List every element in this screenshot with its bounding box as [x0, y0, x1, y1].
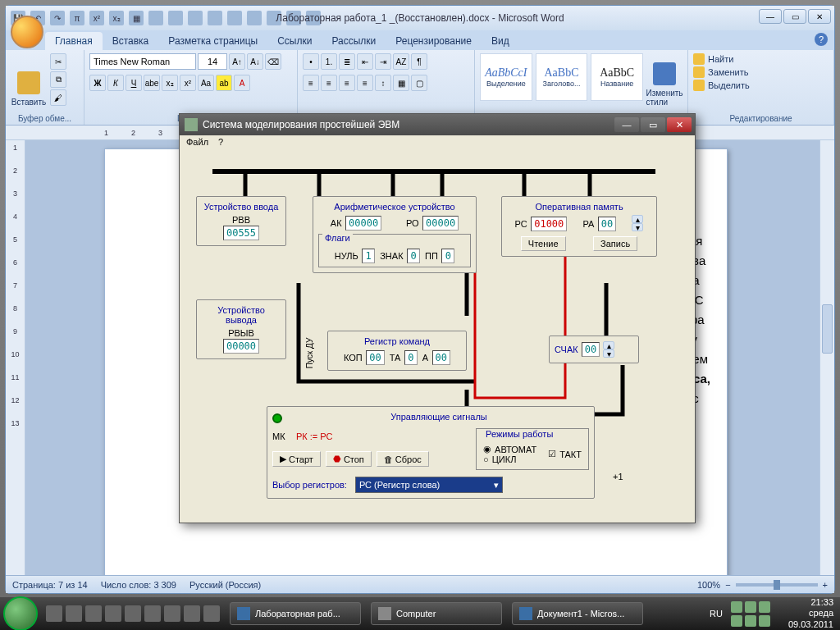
ql-item-3[interactable]: [85, 605, 102, 622]
evm-menu-help[interactable]: ?: [218, 137, 223, 150]
cut-icon[interactable]: ✂: [50, 53, 66, 70]
subscript-button[interactable]: x₂: [162, 75, 178, 91]
start-button[interactable]: [3, 596, 38, 630]
copy-icon[interactable]: ⧉: [50, 71, 66, 88]
line-spacing-icon[interactable]: ↕: [375, 75, 391, 91]
close-button[interactable]: ✕: [808, 9, 831, 24]
style-1[interactable]: AaBbCcI Выделение: [480, 53, 532, 101]
qat-btn-10[interactable]: [208, 11, 222, 25]
evm-close-button[interactable]: ✕: [667, 117, 692, 132]
zoom-thumb[interactable]: [774, 580, 780, 590]
status-words[interactable]: Число слов: 3 309: [101, 580, 176, 590]
evm-titlebar[interactable]: Система моделирования простейшей ЭВМ — ▭…: [180, 114, 695, 135]
replace-button[interactable]: Заменить: [693, 66, 750, 78]
tab-layout[interactable]: Разметка страницы: [158, 32, 267, 50]
font-color-button[interactable]: A: [234, 75, 250, 91]
qat-sub-icon[interactable]: x₂: [109, 11, 124, 25]
task-item-3[interactable]: Документ1 - Micros...: [512, 602, 643, 625]
ql-item-2[interactable]: [66, 605, 82, 622]
shading-icon[interactable]: ▦: [393, 75, 409, 91]
tray-icon[interactable]: [759, 601, 770, 613]
evm-minimize-button[interactable]: —: [614, 117, 639, 132]
status-page[interactable]: Страница: 7 из 14: [12, 580, 88, 590]
reset-button[interactable]: 🗑Сброс: [377, 451, 429, 467]
shrink-font-icon[interactable]: A↓: [247, 53, 263, 70]
mode-cycle-radio[interactable]: ○ЦИКЛ: [483, 454, 536, 464]
rvyv-value[interactable]: 00000: [223, 339, 259, 354]
start-button[interactable]: ▶Старт: [272, 451, 321, 467]
status-lang[interactable]: Русский (Россия): [189, 580, 261, 590]
stop-button[interactable]: ⬣Стоп: [326, 451, 372, 467]
tab-references[interactable]: Ссылки: [267, 32, 322, 50]
tray-icon[interactable]: [731, 615, 742, 627]
ra-up-button[interactable]: ▴: [632, 215, 643, 223]
underline-button[interactable]: Ч: [126, 75, 142, 91]
flag-null[interactable]: 1: [362, 249, 375, 263]
write-button[interactable]: Запись: [593, 236, 637, 251]
borders-icon[interactable]: ▢: [411, 75, 427, 91]
scrollbar-thumb[interactable]: [822, 304, 833, 354]
align-center-icon[interactable]: ≡: [321, 75, 337, 91]
word-titlebar[interactable]: 💾 ↶ ↷ π x² x₂ ▦ Лабораторная работа_1 _(…: [6, 6, 834, 30]
mode-takt-checkbox[interactable]: ☑ТАКТ: [548, 444, 582, 464]
font-name-select[interactable]: Times New Roman: [89, 53, 196, 70]
minimize-button[interactable]: —: [759, 9, 782, 24]
format-painter-icon[interactable]: 🖌: [50, 89, 66, 106]
tab-view[interactable]: Вид: [482, 32, 519, 50]
read-button[interactable]: Чтение: [521, 236, 566, 251]
tab-review[interactable]: Рецензирование: [386, 32, 482, 50]
qat-btn-9[interactable]: [188, 11, 203, 25]
maximize-button[interactable]: ▭: [783, 9, 806, 24]
superscript-button[interactable]: x²: [180, 75, 196, 91]
a-value[interactable]: 00: [432, 350, 450, 365]
indent-inc-icon[interactable]: ⇥: [375, 53, 391, 70]
flag-pp[interactable]: 0: [441, 249, 454, 263]
language-indicator[interactable]: RU: [710, 609, 723, 619]
style-3[interactable]: AaBbC Название: [591, 53, 643, 101]
ra-down-button[interactable]: ▾: [632, 223, 643, 231]
ql-item-6[interactable]: [144, 605, 161, 622]
task-item-2[interactable]: Computer: [371, 602, 502, 625]
clear-format-icon[interactable]: ⌫: [265, 53, 281, 70]
align-right-icon[interactable]: ≡: [339, 75, 355, 91]
mode-auto-radio[interactable]: ◉АВТОМАТ: [483, 444, 536, 454]
sort-icon[interactable]: AZ: [393, 53, 409, 70]
tray-icon[interactable]: [759, 615, 770, 627]
numbering-icon[interactable]: 1.: [321, 53, 337, 70]
qat-pi-icon[interactable]: π: [70, 11, 84, 25]
schak-down-button[interactable]: ▾: [603, 349, 614, 358]
qat-table-icon[interactable]: ▦: [129, 11, 144, 25]
zoom-out-icon[interactable]: −: [725, 580, 730, 590]
find-button[interactable]: Найти: [693, 53, 750, 65]
tab-mailings[interactable]: Рассылки: [322, 32, 386, 50]
evm-menu-file[interactable]: Файл: [186, 137, 208, 150]
qat-btn-11[interactable]: [227, 11, 242, 25]
justify-icon[interactable]: ≡: [357, 75, 373, 91]
tray-icon[interactable]: [745, 601, 756, 613]
task-item-1[interactable]: Лабораторная раб...: [230, 602, 361, 625]
ql-item-8[interactable]: [184, 605, 200, 622]
vertical-ruler[interactable]: 12345678910111213: [6, 140, 25, 575]
ql-item-4[interactable]: [105, 605, 121, 622]
style-2[interactable]: AaBbC Заголово...: [536, 53, 588, 101]
clock[interactable]: 21:33 среда 09.03.2011: [788, 597, 833, 630]
ra-value[interactable]: 00: [598, 217, 616, 231]
ql-item-1[interactable]: [46, 605, 62, 622]
qat-btn-7[interactable]: [148, 11, 163, 25]
paste-button[interactable]: Вставить: [11, 53, 47, 109]
flag-znak[interactable]: 0: [407, 249, 420, 263]
strike-button[interactable]: abe: [144, 75, 160, 91]
zoom-in-icon[interactable]: +: [823, 580, 828, 590]
tray-icon[interactable]: [731, 601, 742, 613]
zoom-slider[interactable]: [736, 583, 818, 587]
indent-dec-icon[interactable]: ⇤: [357, 53, 373, 70]
grow-font-icon[interactable]: A↑: [229, 53, 245, 70]
help-icon[interactable]: ?: [815, 33, 828, 46]
qat-btn-12[interactable]: [247, 11, 262, 25]
rc-value[interactable]: 01000: [531, 217, 567, 231]
rvv-value[interactable]: 00555: [223, 226, 259, 240]
show-marks-icon[interactable]: ¶: [411, 53, 427, 70]
ak-value[interactable]: 00000: [345, 216, 381, 231]
ro-value[interactable]: 00000: [422, 216, 459, 231]
evm-maximize-button[interactable]: ▭: [641, 117, 665, 132]
